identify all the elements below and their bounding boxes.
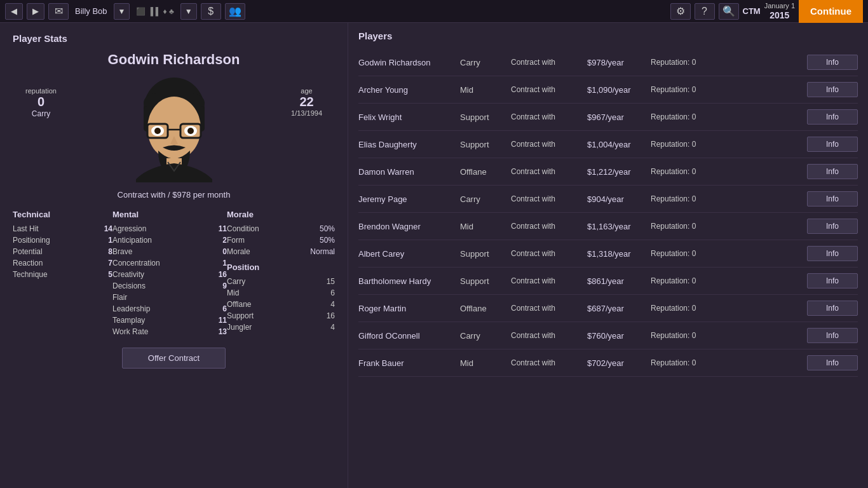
player-role: Mid [460, 222, 511, 231]
offer-contract-button[interactable]: Offer Contract [122, 348, 226, 369]
technical-stat-row: Last Hit14 [13, 223, 112, 234]
date-display: January 1 2015 [764, 2, 795, 21]
mental-stat-row: Anticipation2 [112, 234, 227, 246]
morale-col: Morale Condition50%Form50%MoraleNormal P… [227, 210, 335, 337]
morale-stat-row: Form50% [227, 234, 335, 246]
technical-stat-row: Potential8 [13, 246, 112, 257]
age-label: age [291, 87, 322, 95]
mental-stats-list: Agression11Anticipation2Brave0Concentrat… [112, 223, 227, 337]
player-info-button[interactable]: Info [807, 82, 858, 97]
contract-line: Contract with / $978 per month [13, 190, 335, 200]
player-reputation: Reputation: 0 [651, 222, 807, 231]
player-list-item: Albert Carey Support Contract with $1,31… [358, 240, 858, 268]
player-list-item: Jeremy Page Carry Contract with $904/yea… [358, 186, 858, 213]
player-role: Offlane [460, 167, 511, 177]
player-info-button[interactable]: Info [807, 137, 858, 152]
player-reputation: Reputation: 0 [651, 167, 807, 176]
player-info-button[interactable]: Info [807, 55, 858, 70]
player-role: Support [460, 140, 511, 149]
player-info-button[interactable]: Info [807, 246, 858, 261]
position-stats-list: Carry15Mid6Offlane4Support16Jungler4 [227, 276, 335, 333]
player-info-button[interactable]: Info [807, 273, 858, 288]
player-stats-panel: Player Stats Godwin Richardson reputatio… [0, 23, 348, 488]
player-reputation: Reputation: 0 [651, 112, 807, 121]
player-info-button[interactable]: Info [807, 109, 858, 125]
position-stat-row: Jungler4 [227, 322, 335, 333]
top-navigation: ◀ ▶ ✉ Billy Bob ▼ ⬛ ▐ ▌ ♦ ♣ ▼ $ 👥 ⚙ ? 🔍 … [0, 0, 868, 23]
player-contract: Contract with [511, 167, 587, 176]
player-salary: $1,004/year [587, 140, 651, 149]
player-info-button[interactable]: Info [807, 219, 858, 234]
help-button[interactable]: ? [695, 3, 715, 20]
player-contract: Contract with [511, 194, 587, 203]
position-stat-row: Support16 [227, 310, 335, 322]
mental-stat-row: Work Rate13 [112, 326, 227, 337]
ctm-label: CTM [743, 6, 761, 16]
user-dropdown[interactable]: ▼ [114, 3, 130, 20]
mental-stat-row: Brave0 [112, 246, 227, 257]
stats-grid: Technical Last Hit14Positioning1Potentia… [13, 210, 335, 337]
player-role: Carry [460, 194, 511, 204]
position-title: Position [227, 262, 335, 272]
player-contract: Contract with [511, 249, 587, 258]
svg-point-12 [154, 128, 161, 134]
technical-stat-row: Reaction7 [13, 257, 112, 269]
reputation-block: reputation 0 Carry [25, 87, 57, 118]
avatar-row: reputation 0 Carry [13, 74, 335, 182]
player-info-button[interactable]: Info [807, 328, 858, 343]
settings-button[interactable]: ⚙ [670, 3, 691, 20]
player-info-button[interactable]: Info [807, 164, 858, 179]
forward-button[interactable]: ▶ [27, 3, 44, 20]
player-list-item: Roger Martin Offlane Contract with $687/… [358, 295, 858, 322]
age-value: 22 [291, 95, 322, 109]
technical-col: Technical Last Hit14Positioning1Potentia… [13, 210, 112, 337]
mental-stat-row: Flair [112, 292, 227, 303]
stats-dropdown[interactable]: ▼ [180, 3, 197, 20]
player-name: Roger Martin [358, 304, 460, 313]
player-reputation: Reputation: 0 [651, 249, 807, 258]
player-role: Support [460, 112, 511, 122]
player-list-item: Brendon Wagner Mid Contract with $1,163/… [358, 213, 858, 240]
player-salary: $904/year [587, 194, 651, 204]
player-role: Carry [460, 58, 511, 67]
player-salary: $1,318/year [587, 249, 651, 259]
player-info-button[interactable]: Info [807, 355, 858, 370]
player-name: Bartholomew Hardy [358, 276, 460, 286]
team-icon-button[interactable]: 👥 [225, 3, 245, 20]
player-role: Support [460, 276, 511, 286]
age-block: age 22 1/13/1994 [291, 87, 322, 117]
mental-stat-row: Teamplay11 [112, 315, 227, 326]
player-contract: Contract with [511, 276, 587, 285]
player-name: Godwin Richardson [358, 58, 460, 67]
player-list-item: Archer Young Mid Contract with $1,090/ye… [358, 76, 858, 104]
reputation-label: reputation [25, 87, 57, 95]
player-reputation: Reputation: 0 [651, 58, 807, 67]
money-icon-button[interactable]: $ [201, 3, 221, 20]
player-salary: $702/year [587, 358, 651, 368]
player-name: Albert Carey [358, 249, 460, 259]
player-list-item: Damon Warren Offlane Contract with $1,21… [358, 158, 858, 186]
player-contract: Contract with [511, 331, 587, 340]
morale-stat-row: MoraleNormal [227, 246, 335, 257]
player-salary: $1,090/year [587, 85, 651, 95]
player-info-button[interactable]: Info [807, 191, 858, 207]
player-list-item: Elias Daugherty Support Contract with $1… [358, 131, 858, 158]
player-salary: $1,163/year [587, 222, 651, 231]
search-button[interactable]: 🔍 [719, 3, 739, 20]
position-stat-row: Carry15 [227, 276, 335, 287]
mental-title: Mental [112, 210, 227, 219]
player-avatar [123, 74, 225, 182]
player-reputation: Reputation: 0 [651, 358, 807, 367]
technical-title: Technical [13, 210, 112, 219]
player-info-button[interactable]: Info [807, 301, 858, 316]
mail-button[interactable]: ✉ [48, 3, 69, 20]
player-role: Mid [460, 85, 511, 95]
player-list-item: Frank Bauer Mid Contract with $702/year … [358, 349, 858, 377]
player-contract: Contract with [511, 85, 587, 94]
player-name: Gifford OConnell [358, 331, 460, 341]
player-salary: $687/year [587, 304, 651, 313]
technical-stat-row: Technique5 [13, 269, 112, 280]
position-stat-row: Offlane4 [227, 299, 335, 310]
back-button[interactable]: ◀ [5, 3, 23, 20]
continue-button[interactable]: Continue [799, 0, 863, 23]
